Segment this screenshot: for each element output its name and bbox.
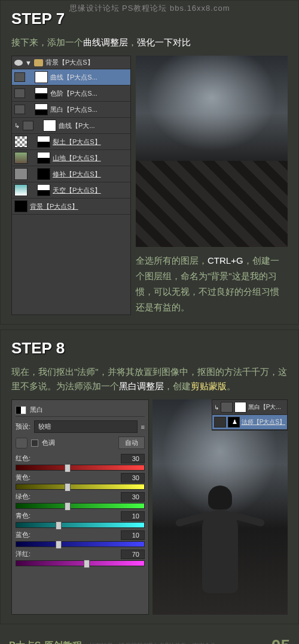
- preview-image: [136, 56, 288, 247]
- layer-row[interactable]: 裂土【P大点S】: [12, 134, 130, 150]
- slider-thumb[interactable]: [56, 541, 62, 549]
- highlight: 剪贴蒙版: [191, 381, 227, 391]
- layer-row[interactable]: 曲线【P大点S...: [12, 69, 130, 86]
- footer-note: 如有转载，请保留我们P大点S的信息，谢谢合作: [89, 642, 216, 644]
- text: ，创建: [164, 381, 191, 391]
- link-icon: [30, 170, 35, 178]
- layer-name: 曲线【P大点S...: [50, 73, 128, 82]
- footer: P大点S 原创教程 如有转载，请保留我们P大点S的信息，谢谢合作 05: [0, 629, 299, 644]
- layer-row[interactable]: 山地【P大点S】: [12, 150, 130, 166]
- layers-panel[interactable]: ▼ 背景【P大点S】 曲线【P大点S... 色阶【P大点S... 黑白【P大点S…: [11, 56, 131, 315]
- page-number: 05: [271, 636, 290, 644]
- layer-row[interactable]: 黑白【P大点S...: [12, 102, 130, 118]
- layer-row[interactable]: 修补【P大点S】: [12, 166, 130, 182]
- layer-thumb: [14, 200, 28, 212]
- layer-name: 山地【P大点S】: [53, 154, 128, 163]
- highlight: 曲线调整层: [83, 37, 128, 47]
- layer-row[interactable]: ♟法师【P大点S】: [212, 415, 287, 430]
- step7-desc: 接下来，添加一个曲线调整层，强化一下对比: [11, 35, 288, 50]
- adj-icon: [23, 121, 33, 130]
- arrow-icon: ▼: [25, 59, 32, 66]
- layer-name: 法师【P大点S】: [242, 418, 285, 426]
- layer-group-header[interactable]: ▼ 背景【P大点S】: [12, 56, 130, 69]
- mask-thumb: [37, 168, 50, 180]
- layer-thumb: [14, 136, 28, 148]
- slider-label: 绿色:: [16, 492, 30, 502]
- slider-thumb[interactable]: [84, 560, 90, 568]
- slider-label: 黄色:: [16, 473, 30, 483]
- link-icon: [30, 154, 35, 162]
- layer-name: 色阶【P大点S...: [50, 89, 128, 98]
- layer-row[interactable]: ↳黑白【P大...: [212, 400, 287, 415]
- preset-select[interactable]: 较暗: [34, 420, 138, 433]
- clip-icon: ↳: [214, 404, 219, 411]
- slider-thumb[interactable]: [56, 521, 62, 530]
- slider-track[interactable]: [16, 522, 145, 528]
- slider-track[interactable]: [16, 541, 145, 547]
- link-icon: [28, 105, 32, 114]
- slider-track[interactable]: [16, 503, 145, 509]
- text: ，: [128, 37, 137, 47]
- slider-label: 洋红:: [16, 550, 30, 559]
- slider-thumb[interactable]: [65, 502, 71, 511]
- mask-thumb: [234, 402, 246, 413]
- hand-icon[interactable]: [16, 438, 28, 448]
- layer-thumb: [214, 417, 226, 428]
- highlight: 强化一下对比: [137, 37, 191, 47]
- bw-title: 黑白: [30, 405, 43, 414]
- group-name: 背景【P大点S】: [45, 58, 94, 67]
- text: 。: [227, 381, 236, 391]
- slider-thumb[interactable]: [65, 483, 71, 492]
- layer-row[interactable]: 天空【P大点S】: [12, 182, 130, 199]
- slider-value[interactable]: 30: [121, 492, 145, 502]
- tint-label: 色调: [42, 438, 55, 447]
- layer-name: 背景【P大点S】: [30, 202, 128, 211]
- link-icon: [36, 121, 41, 130]
- visibility-icon[interactable]: [14, 60, 23, 66]
- slider-track[interactable]: [16, 465, 145, 471]
- wizard-figure: [181, 486, 259, 593]
- step8-panel: STEP 8 现在，我们抠出"法师"，并将其放置到图像中，抠图的方法千千万，这里…: [0, 329, 299, 624]
- layer-thumb: [14, 168, 28, 180]
- slider-row: 青色:10: [16, 511, 145, 528]
- layer-row[interactable]: ↳曲线【P大...: [12, 118, 130, 134]
- slider-thumb[interactable]: [65, 464, 71, 472]
- tint-checkbox[interactable]: [31, 439, 38, 447]
- link-icon: [30, 186, 35, 194]
- layer-name: 曲线【P大...: [59, 121, 128, 130]
- slider-value[interactable]: 10: [121, 530, 145, 540]
- slider-value[interactable]: 30: [121, 454, 145, 463]
- mask-thumb: [35, 103, 48, 115]
- text: 全选所有的图层，: [136, 255, 208, 265]
- adj-icon: [14, 88, 25, 98]
- slider-value[interactable]: 10: [121, 511, 145, 521]
- bw-icon: [16, 406, 26, 414]
- slider-label: 青色:: [16, 511, 30, 521]
- clip-icon: ↳: [14, 122, 20, 130]
- slider-row: 蓝色:10: [16, 530, 145, 547]
- layer-thumb: [14, 152, 28, 164]
- layer-row[interactable]: 背景【P大点S】: [12, 199, 130, 215]
- tint-row: 色调 自动: [16, 437, 145, 449]
- bw-adjustment-panel[interactable]: 黑白 预设: 较暗 ≡ 色调 自动 红色:30黄色:30绿色:30青色:10蓝色…: [11, 399, 149, 615]
- layer-name: 修补【P大点S】: [53, 170, 128, 179]
- layer-name: 天空【P大点S】: [53, 186, 128, 195]
- mask-thumb: [35, 71, 48, 83]
- slider-track[interactable]: [16, 560, 145, 566]
- layer-row[interactable]: 色阶【P大点S...: [12, 86, 130, 102]
- result-image: ↳黑白【P大... ♟法师【P大点S】: [152, 399, 288, 615]
- slider-track[interactable]: [16, 484, 145, 490]
- layer-thumb: [14, 184, 28, 196]
- text: 接下来，添加一个: [11, 37, 83, 47]
- slider-value[interactable]: 30: [121, 473, 145, 483]
- footer-title: P大点S 原创教程: [9, 640, 82, 645]
- adj-icon: [14, 105, 25, 114]
- preset-label: 预设:: [16, 422, 30, 431]
- layer-name: 黑白【P大点S...: [50, 105, 128, 114]
- dropdown-icon[interactable]: ≡: [141, 423, 145, 431]
- mini-layers[interactable]: ↳黑白【P大... ♟法师【P大点S】: [212, 399, 288, 431]
- auto-button[interactable]: 自动: [118, 437, 145, 449]
- slider-value[interactable]: 70: [121, 550, 145, 559]
- mask-thumb: [43, 120, 56, 132]
- mask-thumb: [37, 152, 50, 164]
